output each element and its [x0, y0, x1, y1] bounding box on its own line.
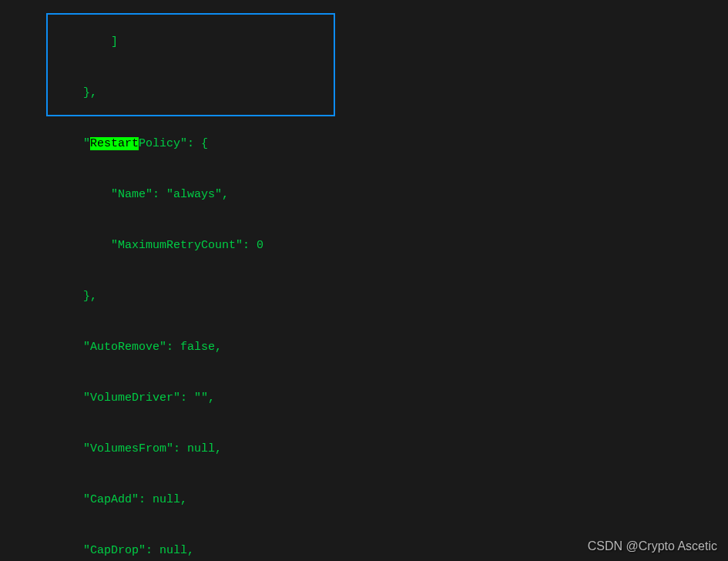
- code-line: "VolumesFrom": null,: [0, 441, 728, 458]
- terminal-output[interactable]: ] }, "RestartPolicy": { "Name": "always"…: [0, 0, 728, 561]
- code-line: "MaximumRetryCount": 0: [0, 237, 728, 254]
- code-line: "AutoRemove": false,: [0, 339, 728, 356]
- code-line: },: [0, 288, 728, 305]
- code-line: ]: [0, 34, 728, 51]
- code-line: },: [0, 85, 728, 102]
- code-line: "RestartPolicy": {: [0, 136, 728, 153]
- search-highlight: Restart: [90, 137, 139, 150]
- code-line: "VolumeDriver": "",: [0, 390, 728, 407]
- code-line: "Name": "always",: [0, 186, 728, 203]
- watermark: CSDN @Crypto Ascetic: [588, 538, 717, 555]
- code-line: "CapAdd": null,: [0, 492, 728, 509]
